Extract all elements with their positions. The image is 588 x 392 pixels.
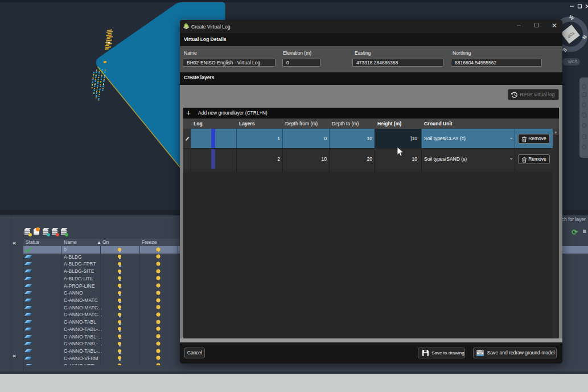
svg-text:WCS: WCS	[568, 60, 578, 64]
